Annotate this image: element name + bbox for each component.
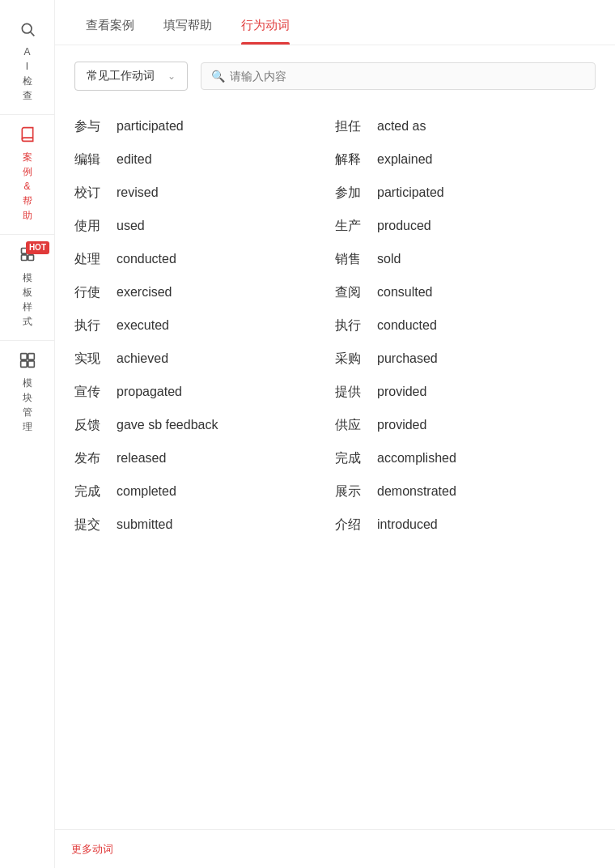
verb-en-left-3: used (117, 219, 145, 233)
verb-en-left-9: gave sb feedback (117, 418, 218, 432)
verb-zh-right-0: 担任 (335, 118, 364, 135)
sidebar-item-ai-check[interactable]: AI检查 (0, 10, 54, 115)
verb-en-right-12: introduced (377, 517, 438, 532)
blocks-icon (19, 352, 36, 374)
verb-row-right-11[interactable]: 展示 demonstrated (335, 475, 596, 508)
content-area: 常见工作动词 ⌄ 🔍 参与 participated 担任 acted as 编… (55, 45, 615, 829)
verb-zh-left-12: 提交 (74, 517, 104, 534)
sidebar-item-ai-check-label: AI检查 (23, 45, 32, 103)
verb-en-right-8: provided (377, 385, 426, 399)
book-icon (19, 126, 36, 148)
verb-en-left-2: revised (117, 185, 159, 200)
verb-row-right-10[interactable]: 完成 accomplished (335, 442, 596, 475)
verb-row-left-6[interactable]: 执行 executed (74, 309, 335, 343)
verb-zh-left-4: 处理 (74, 251, 104, 268)
verb-zh-left-9: 反馈 (74, 417, 104, 434)
verb-zh-right-4: 销售 (335, 251, 364, 268)
verb-row-left-0[interactable]: 参与 participated (74, 110, 335, 143)
verb-zh-right-5: 查阅 (335, 284, 364, 301)
tab-cases[interactable]: 查看案例 (71, 18, 149, 45)
verb-zh-left-10: 发布 (74, 450, 104, 467)
verb-zh-left-1: 编辑 (74, 151, 104, 168)
verb-zh-right-10: 完成 (335, 450, 364, 467)
verb-en-right-2: participated (377, 185, 444, 200)
verb-en-right-7: purchased (377, 351, 438, 366)
verb-row-left-1[interactable]: 编辑 edited (74, 143, 335, 177)
verb-en-left-5: exercised (117, 285, 172, 300)
verb-zh-left-2: 校订 (74, 185, 104, 202)
verb-row-right-6[interactable]: 执行 conducted (335, 309, 596, 343)
verb-en-left-4: conducted (117, 252, 176, 266)
tab-help[interactable]: 填写帮助 (149, 18, 227, 45)
verb-zh-right-7: 采购 (335, 351, 364, 368)
svg-rect-5 (28, 255, 33, 261)
verb-zh-right-2: 参加 (335, 185, 364, 202)
verb-row-right-7[interactable]: 采购 purchased (335, 343, 596, 376)
hot-badge: HOT (26, 241, 49, 254)
verb-zh-right-1: 解释 (335, 151, 364, 168)
dropdown-label: 常见工作动词 (87, 69, 155, 83)
verb-en-right-10: accomplished (377, 451, 456, 466)
search-icon (19, 21, 36, 43)
verb-en-left-8: propagated (117, 385, 182, 399)
verb-en-left-1: edited (117, 152, 152, 167)
sidebar-item-template-style[interactable]: HOT 模板样式 (0, 235, 54, 340)
verb-row-left-7[interactable]: 实现 achieved (74, 343, 335, 376)
bottom-hint: 更多动词 (71, 842, 113, 857)
verb-row-right-3[interactable]: 生产 produced (335, 210, 596, 243)
verb-row-left-11[interactable]: 完成 completed (74, 475, 335, 508)
verb-row-left-9[interactable]: 反馈 gave sb feedback (74, 409, 335, 442)
verb-row-left-5[interactable]: 行使 exercised (74, 276, 335, 309)
verb-row-left-10[interactable]: 发布 released (74, 442, 335, 475)
sidebar-item-block-label: 模块管理 (23, 376, 32, 434)
tab-verbs[interactable]: 行为动词 (227, 18, 304, 45)
verb-zh-right-11: 展示 (335, 483, 364, 500)
verb-row-right-1[interactable]: 解释 explained (335, 143, 596, 177)
verb-en-left-6: executed (117, 318, 169, 333)
verb-row-right-12[interactable]: 介绍 introduced (335, 508, 596, 542)
verbs-grid: 参与 participated 担任 acted as 编辑 edited 解释… (74, 110, 596, 542)
verb-row-right-8[interactable]: 提供 provided (335, 376, 596, 409)
search-wrap: 🔍 (201, 62, 596, 90)
verb-en-left-0: participated (117, 119, 184, 134)
search-input[interactable] (230, 70, 585, 83)
verb-row-right-0[interactable]: 担任 acted as (335, 110, 596, 143)
svg-line-1 (30, 32, 34, 36)
verb-zh-right-9: 供应 (335, 417, 364, 434)
verb-zh-left-5: 行使 (74, 284, 104, 301)
verb-en-right-0: acted as (377, 119, 426, 134)
verb-row-right-4[interactable]: 销售 sold (335, 243, 596, 276)
verb-zh-left-8: 宣传 (74, 384, 104, 401)
verb-row-left-2[interactable]: 校订 revised (74, 177, 335, 210)
verb-en-right-5: consulted (377, 285, 433, 300)
bottom-bar: 更多动词 (55, 829, 615, 868)
verb-zh-right-3: 生产 (335, 218, 364, 235)
verb-zh-left-3: 使用 (74, 218, 104, 235)
verb-zh-right-6: 执行 (335, 317, 364, 334)
verb-en-right-4: sold (377, 252, 401, 266)
verb-row-left-8[interactable]: 宣传 propagated (74, 376, 335, 409)
verb-en-left-7: achieved (117, 351, 168, 366)
verb-row-left-3[interactable]: 使用 used (74, 210, 335, 243)
search-icon: 🔍 (211, 70, 225, 83)
category-dropdown[interactable]: 常见工作动词 ⌄ (74, 62, 188, 91)
verb-row-left-4[interactable]: 处理 conducted (74, 243, 335, 276)
verb-row-right-5[interactable]: 查阅 consulted (335, 276, 596, 309)
verb-row-left-12[interactable]: 提交 submitted (74, 508, 335, 542)
svg-rect-7 (28, 353, 34, 360)
svg-rect-6 (20, 353, 27, 360)
sidebar-item-block-manage[interactable]: 模块管理 (0, 341, 54, 445)
svg-point-0 (22, 23, 32, 33)
verb-en-right-1: explained (377, 152, 433, 167)
verb-zh-left-11: 完成 (74, 483, 104, 500)
verb-en-right-3: produced (377, 219, 431, 233)
svg-rect-9 (28, 360, 34, 367)
main-content: 查看案例 填写帮助 行为动词 常见工作动词 ⌄ 🔍 参与 participate… (55, 0, 615, 868)
verb-zh-left-7: 实现 (74, 351, 104, 368)
sidebar-item-cases-help[interactable]: 案例&帮助 (0, 115, 54, 235)
verb-row-right-2[interactable]: 参加 participated (335, 177, 596, 210)
svg-rect-8 (20, 360, 27, 367)
sidebar-item-cases-label: 案例&帮助 (23, 150, 32, 223)
sidebar-item-template-label: 模板样式 (23, 270, 32, 329)
verb-row-right-9[interactable]: 供应 provided (335, 409, 596, 442)
